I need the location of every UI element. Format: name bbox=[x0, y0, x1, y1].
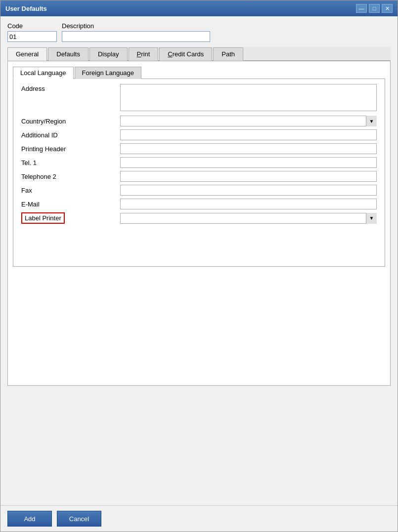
tab-path[interactable]: Path bbox=[213, 47, 243, 61]
tel1-input-wrapper bbox=[120, 157, 377, 168]
main-panel: Local Language Foreign Language Address bbox=[7, 61, 391, 386]
tel1-label: Tel. 1 bbox=[21, 159, 120, 166]
add-button[interactable]: Add bbox=[7, 511, 52, 527]
inner-tab-local[interactable]: Local Language bbox=[13, 67, 74, 79]
label-printer-select[interactable] bbox=[120, 213, 377, 224]
country-select[interactable] bbox=[120, 116, 377, 126]
code-group: Code bbox=[7, 22, 57, 42]
tab-display[interactable]: Display bbox=[89, 47, 128, 61]
description-input[interactable] bbox=[62, 31, 210, 42]
additional-id-row: Additional ID bbox=[21, 129, 377, 140]
tel1-row: Tel. 1 bbox=[21, 157, 377, 168]
address-row: Address bbox=[21, 84, 377, 113]
additional-id-input[interactable] bbox=[120, 129, 377, 140]
code-label: Code bbox=[7, 22, 57, 30]
code-input[interactable] bbox=[7, 31, 57, 42]
telephone2-row: Telephone 2 bbox=[21, 171, 377, 182]
tab-print-label: Print bbox=[137, 50, 150, 58]
printing-header-input[interactable] bbox=[120, 143, 377, 154]
printing-header-row: Printing Header bbox=[21, 143, 377, 154]
printing-header-label: Printing Header bbox=[21, 145, 120, 153]
main-window: User Defaults — □ ✕ Code Description Gen… bbox=[0, 0, 398, 532]
telephone2-input[interactable] bbox=[120, 171, 377, 182]
top-fields: Code Description bbox=[7, 22, 391, 42]
window-controls: — □ ✕ bbox=[356, 4, 393, 13]
telephone2-label: Telephone 2 bbox=[21, 173, 120, 180]
maximize-button[interactable]: □ bbox=[369, 4, 380, 13]
printing-header-input-wrapper bbox=[120, 143, 377, 154]
window-content: Code Description General Defaults Displa… bbox=[0, 16, 398, 505]
email-row: E-Mail bbox=[21, 199, 377, 209]
email-label: E-Mail bbox=[21, 201, 120, 208]
telephone2-input-wrapper bbox=[120, 171, 377, 182]
label-printer-label: Label Printer bbox=[21, 212, 65, 224]
title-bar: User Defaults — □ ✕ bbox=[0, 0, 398, 16]
tab-path-label: Path bbox=[221, 50, 235, 58]
address-label: Address bbox=[21, 84, 120, 92]
window-title: User Defaults bbox=[5, 5, 47, 12]
tab-credit-cards[interactable]: Credit Cards bbox=[159, 47, 212, 61]
additional-id-label: Additional ID bbox=[21, 131, 120, 139]
email-input-wrapper bbox=[120, 199, 377, 209]
country-label: Country/Region bbox=[21, 118, 120, 125]
fax-row: Fax bbox=[21, 185, 377, 196]
description-label: Description bbox=[62, 22, 210, 30]
minimize-button[interactable]: — bbox=[356, 4, 367, 13]
tab-display-label: Display bbox=[98, 50, 119, 58]
label-printer-select-wrapper: ▼ bbox=[120, 213, 377, 224]
inner-tab-foreign-label: Foreign Language bbox=[82, 69, 134, 77]
label-printer-label-wrapper: Label Printer bbox=[21, 212, 120, 224]
address-input[interactable] bbox=[120, 84, 377, 111]
description-group: Description bbox=[62, 22, 210, 42]
bottom-bar: Add Cancel bbox=[0, 505, 398, 532]
inner-tab-local-label: Local Language bbox=[20, 69, 66, 77]
email-input[interactable] bbox=[120, 199, 377, 209]
tab-defaults[interactable]: Defaults bbox=[48, 47, 88, 61]
fax-label: Fax bbox=[21, 187, 120, 194]
additional-id-input-wrapper bbox=[120, 129, 377, 140]
tab-general-label: General bbox=[16, 50, 39, 58]
fax-input-wrapper bbox=[120, 185, 377, 196]
close-button[interactable]: ✕ bbox=[382, 4, 393, 13]
tab-defaults-label: Defaults bbox=[56, 50, 80, 58]
country-select-wrapper: ▼ bbox=[120, 116, 377, 126]
fax-input[interactable] bbox=[120, 185, 377, 196]
form-area: Address Country/Region ▼ bbox=[13, 79, 385, 267]
country-row: Country/Region ▼ bbox=[21, 116, 377, 126]
main-tab-bar: General Defaults Display Print Credit Ca… bbox=[7, 47, 391, 61]
tab-print[interactable]: Print bbox=[129, 47, 159, 61]
inner-tab-foreign[interactable]: Foreign Language bbox=[75, 67, 142, 79]
tab-general[interactable]: General bbox=[7, 47, 47, 61]
inner-tab-bar: Local Language Foreign Language bbox=[13, 66, 385, 79]
tab-credit-cards-label: Credit Cards bbox=[168, 50, 204, 58]
tel1-input[interactable] bbox=[120, 157, 377, 168]
label-printer-row: Label Printer ▼ bbox=[21, 212, 377, 224]
cancel-button[interactable]: Cancel bbox=[57, 511, 101, 527]
address-input-wrapper bbox=[120, 84, 377, 113]
